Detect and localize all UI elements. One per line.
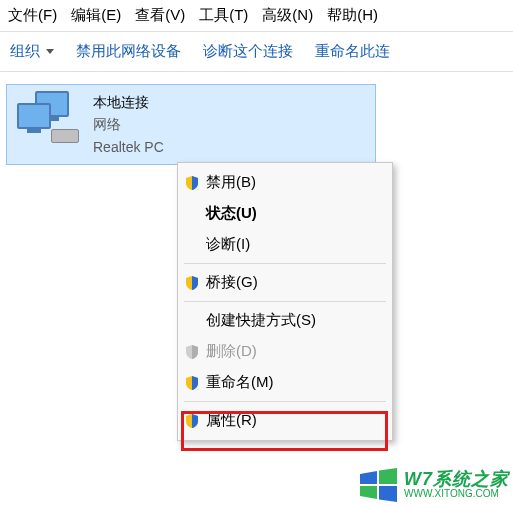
adapter-network: 网络	[93, 113, 164, 135]
watermark-icon	[357, 464, 399, 506]
menu-separator	[184, 263, 386, 264]
shield-icon	[184, 413, 200, 429]
toolbar-organize-label: 组织	[10, 42, 40, 61]
menu-advanced[interactable]: 高级(N)	[262, 6, 313, 25]
shield-icon	[184, 375, 200, 391]
menu-item-bridge[interactable]: 桥接(G)	[180, 267, 390, 298]
shield-icon	[184, 275, 200, 291]
menu-tools[interactable]: 工具(T)	[199, 6, 248, 25]
menu-item-label: 禁用(B)	[206, 173, 256, 192]
toolbar: 组织 禁用此网络设备 诊断这个连接 重命名此连	[0, 32, 513, 72]
toolbar-diagnose[interactable]: 诊断这个连接	[203, 42, 293, 61]
toolbar-rename[interactable]: 重命名此连	[315, 42, 390, 61]
menu-item-disable[interactable]: 禁用(B)	[180, 167, 390, 198]
network-adapter-icon	[15, 91, 83, 147]
menu-item-label: 创建快捷方式(S)	[206, 311, 316, 330]
menu-item-status[interactable]: 状态(U)	[180, 198, 390, 229]
chevron-down-icon	[46, 49, 54, 54]
menu-item-label: 删除(D)	[206, 342, 257, 361]
menu-bar: 文件(F) 编辑(E) 查看(V) 工具(T) 高级(N) 帮助(H)	[0, 0, 513, 32]
watermark: W7系统之家 WWW.XITONG.COM	[357, 464, 509, 506]
menu-help[interactable]: 帮助(H)	[327, 6, 378, 25]
menu-item-shortcut[interactable]: 创建快捷方式(S)	[180, 305, 390, 336]
menu-item-label: 重命名(M)	[206, 373, 274, 392]
menu-item-label: 属性(R)	[206, 411, 257, 430]
menu-edit[interactable]: 编辑(E)	[71, 6, 121, 25]
toolbar-disable-device[interactable]: 禁用此网络设备	[76, 42, 181, 61]
adapter-text: 本地连接 网络 Realtek PC	[93, 91, 164, 158]
menu-item-delete: 删除(D)	[180, 336, 390, 367]
context-menu: 禁用(B) 状态(U) 诊断(I) 桥接(G) 创建快捷方式(S) 删除(D) …	[177, 162, 393, 441]
watermark-title: W7系统之家	[404, 470, 509, 489]
menu-item-label: 诊断(I)	[206, 235, 250, 254]
menu-item-properties[interactable]: 属性(R)	[180, 405, 390, 436]
network-adapter-item[interactable]: 本地连接 网络 Realtek PC	[6, 84, 376, 165]
menu-file[interactable]: 文件(F)	[8, 6, 57, 25]
adapter-device: Realtek PC	[93, 136, 164, 158]
menu-item-label: 桥接(G)	[206, 273, 258, 292]
watermark-url: WWW.XITONG.COM	[404, 489, 509, 500]
menu-separator	[184, 401, 386, 402]
toolbar-organize[interactable]: 组织	[10, 42, 54, 61]
shield-icon	[184, 344, 200, 360]
menu-separator	[184, 301, 386, 302]
adapter-title: 本地连接	[93, 91, 164, 113]
shield-icon	[184, 175, 200, 191]
menu-item-diagnose[interactable]: 诊断(I)	[180, 229, 390, 260]
menu-item-label: 状态(U)	[206, 204, 257, 223]
menu-item-rename[interactable]: 重命名(M)	[180, 367, 390, 398]
menu-view[interactable]: 查看(V)	[135, 6, 185, 25]
